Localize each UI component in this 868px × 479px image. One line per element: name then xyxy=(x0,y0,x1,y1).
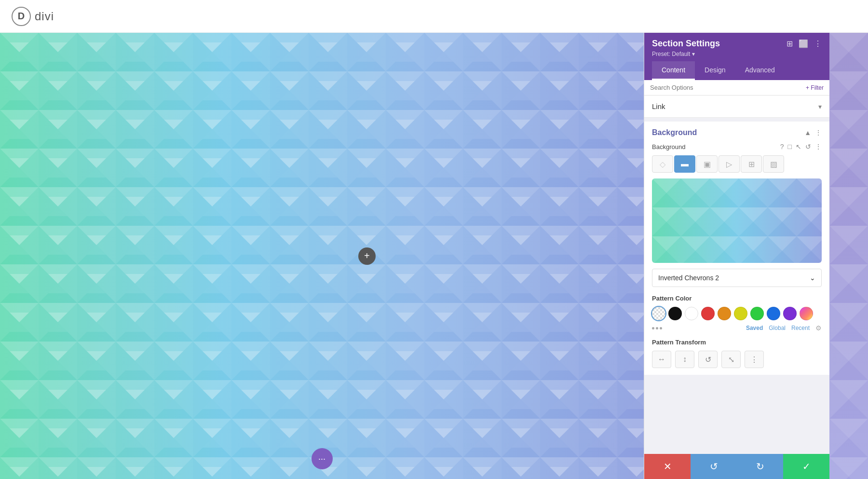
collapse-icon[interactable]: ▲ xyxy=(804,129,811,137)
bottom-action-bar: ✕ ↺ ↻ ✓ xyxy=(644,454,829,479)
panel-body: Link ▾ Background ▲ ⋮ Background ? xyxy=(644,96,829,454)
svg-rect-13 xyxy=(652,178,822,263)
color-swatches xyxy=(652,307,822,320)
pattern-dropdown-arrow-icon: ⌄ xyxy=(810,274,815,282)
more-options-button[interactable]: ··· xyxy=(312,448,333,469)
reset-icon[interactable]: ↺ xyxy=(805,143,811,151)
cursor-icon[interactable]: ↖ xyxy=(796,143,801,151)
tab-advanced[interactable]: Advanced xyxy=(735,61,785,80)
color-settings-icon[interactable]: ⚙ xyxy=(815,324,822,332)
filter-button[interactable]: + Filter xyxy=(806,84,824,91)
search-bar: + Filter xyxy=(644,80,829,96)
pattern-transform-label: Pattern Transform xyxy=(652,339,822,346)
link-label: Link xyxy=(652,102,665,110)
color-swatch-red[interactable] xyxy=(701,307,715,320)
options-icon[interactable]: ⋮ xyxy=(815,143,822,151)
pattern-name-label: Inverted Chevrons 2 xyxy=(658,274,719,282)
link-chevron-icon: ▾ xyxy=(818,103,822,110)
panel-title: Section Settings xyxy=(652,39,720,49)
bg-tab-pattern[interactable]: ⊞ xyxy=(741,155,762,173)
pattern-dropdown[interactable]: Inverted Chevrons 2 ⌄ xyxy=(652,269,822,287)
scale-button[interactable]: ⤡ xyxy=(721,351,741,368)
color-swatch-blue[interactable] xyxy=(767,307,780,320)
save-button[interactable]: ✓ xyxy=(783,454,829,479)
color-dots xyxy=(652,327,662,329)
logo-text: divi xyxy=(35,10,54,23)
color-swatch-black[interactable] xyxy=(668,307,682,320)
topbar: D divi xyxy=(0,0,868,33)
svg-rect-7 xyxy=(0,33,644,479)
more-icon[interactable]: ⋮ xyxy=(814,39,822,48)
background-type-row: Background ? □ ↖ ↺ ⋮ xyxy=(652,143,822,151)
color-swatch-white[interactable] xyxy=(685,307,698,320)
help-icon[interactable]: ? xyxy=(780,143,784,151)
add-section-button[interactable]: + xyxy=(358,247,376,265)
color-tab-global[interactable]: Global xyxy=(769,325,786,331)
canvas-area: + ··· xyxy=(0,33,644,479)
main-area: + ··· Section Settings ⊞ ⬜ ⋮ Preset: Def… xyxy=(0,33,868,479)
transform-more-button[interactable]: ⋮ xyxy=(745,351,764,368)
settings-panel: Section Settings ⊞ ⬜ ⋮ Preset: Default ▾… xyxy=(644,33,829,479)
flip-vertical-button[interactable]: ↕ xyxy=(675,351,694,368)
bg-tab-image[interactable]: ▣ xyxy=(696,155,718,173)
color-tabs: Saved Global Recent ⚙ xyxy=(746,324,822,332)
bg-tab-mask[interactable]: ▨ xyxy=(763,155,784,173)
pattern-canvas: + ··· xyxy=(0,33,644,479)
bg-tab-gradient[interactable]: ▬ xyxy=(674,155,695,173)
link-section[interactable]: Link ▾ xyxy=(644,96,829,118)
background-type-icons: ? □ ↖ ↺ ⋮ xyxy=(780,143,822,151)
rotate-button[interactable]: ↺ xyxy=(698,351,718,368)
panel-tabs: Content Design Advanced xyxy=(652,61,822,80)
background-type-tabs: ◇ ▬ ▣ ▷ ⊞ ▨ xyxy=(652,155,822,173)
background-section-title: Background xyxy=(652,128,697,137)
redo-button[interactable]: ↻ xyxy=(737,454,783,479)
transform-icons-row: ↔ ↕ ↺ ⤡ ⋮ xyxy=(652,351,822,368)
color-swatch-transparent[interactable] xyxy=(652,307,665,320)
panel-header-icons: ⊞ ⬜ ⋮ xyxy=(787,39,822,48)
background-more-icon[interactable]: ⋮ xyxy=(815,129,822,137)
logo-area: D divi xyxy=(12,7,54,26)
background-section-header: Background ▲ ⋮ xyxy=(652,128,822,137)
color-swatch-yellow[interactable] xyxy=(734,307,747,320)
pattern-preview xyxy=(652,178,822,263)
cancel-button[interactable]: ✕ xyxy=(644,454,691,479)
svg-rect-19 xyxy=(829,33,868,479)
color-swatch-gradient[interactable] xyxy=(800,307,813,320)
color-swatch-orange[interactable] xyxy=(718,307,731,320)
background-section: Background ▲ ⋮ Background ? □ ↖ ↺ ⋮ xyxy=(644,122,829,375)
logo-icon: D xyxy=(12,7,31,26)
device-icon[interactable]: □ xyxy=(788,143,792,151)
undo-button[interactable]: ↺ xyxy=(691,454,737,479)
panel-header: Section Settings ⊞ ⬜ ⋮ Preset: Default ▾… xyxy=(644,33,829,80)
viewport-icon[interactable]: ⊞ xyxy=(787,39,793,48)
flip-horizontal-button[interactable]: ↔ xyxy=(652,351,671,368)
color-tab-saved[interactable]: Saved xyxy=(746,325,763,331)
background-type-label: Background xyxy=(652,143,685,151)
preset-selector[interactable]: Preset: Default ▾ xyxy=(652,51,822,57)
color-swatch-purple[interactable] xyxy=(783,307,797,320)
bg-tab-none[interactable]: ◇ xyxy=(652,155,673,173)
search-input[interactable] xyxy=(650,84,806,91)
tab-content[interactable]: Content xyxy=(652,61,695,80)
color-swatch-green[interactable] xyxy=(750,307,764,320)
background-section-actions: ▲ ⋮ xyxy=(804,129,822,137)
pattern-color-label: Pattern Color xyxy=(652,295,822,302)
tab-design[interactable]: Design xyxy=(695,61,735,80)
expand-icon[interactable]: ⬜ xyxy=(799,39,808,48)
bg-tab-video[interactable]: ▷ xyxy=(719,155,740,173)
color-tab-recent[interactable]: Recent xyxy=(791,325,810,331)
side-strip xyxy=(829,33,868,479)
